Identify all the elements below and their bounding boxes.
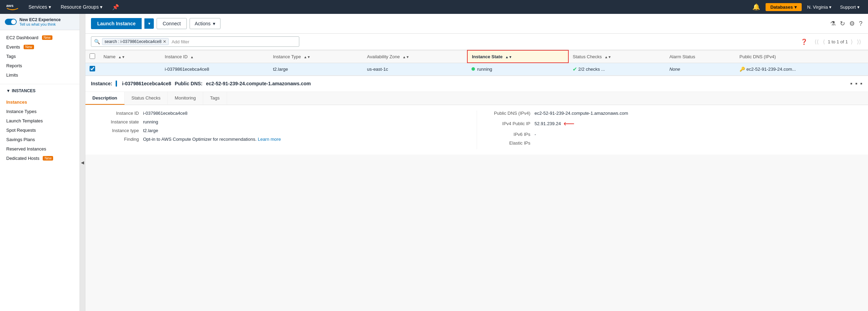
- prev-page-button[interactable]: ⟨: [821, 38, 826, 46]
- row-checkbox[interactable]: [90, 66, 95, 71]
- sidebar-item-dedicated-hosts[interactable]: Dedicated Hosts New: [0, 154, 80, 163]
- label-ipv4: IPv4 Public IP: [485, 121, 531, 126]
- databases-button[interactable]: Databases ▾: [766, 3, 802, 11]
- sidebar-item-spot-requests[interactable]: Spot Requests: [0, 126, 80, 135]
- value-ipv6: -: [535, 132, 860, 137]
- value-finding: Opt-in to AWS Compute Optimizer for reco…: [143, 137, 468, 142]
- col-instance-state[interactable]: Instance State ▲▼: [467, 50, 568, 63]
- cell-name: [99, 63, 161, 75]
- sidebar-item-launch-templates[interactable]: Launch Templates: [0, 116, 80, 126]
- launch-instance-dropdown[interactable]: ▾: [144, 18, 154, 29]
- table-row[interactable]: i-0379861ecebca4ce8 t2.large us-east-1c …: [85, 63, 868, 75]
- new-badge-events: New: [24, 45, 34, 49]
- col-availability-zone[interactable]: Availability Zone ▲▼: [363, 50, 467, 63]
- col-instance-id[interactable]: Instance ID ▲: [161, 50, 269, 63]
- sidebar-item-instance-types[interactable]: Instance Types: [0, 107, 80, 116]
- toggle-switch[interactable]: [5, 19, 17, 25]
- sidebar-item-savings-plans[interactable]: Savings Plans: [0, 135, 80, 144]
- launch-instance-button[interactable]: Launch Instance: [91, 18, 142, 29]
- resource-groups-chevron-icon: ▾: [100, 4, 102, 10]
- sidebar-item-reports[interactable]: Reports: [0, 61, 80, 70]
- next-page-button[interactable]: ⟩: [849, 38, 854, 46]
- sidebar-item-limits[interactable]: Limits: [0, 70, 80, 80]
- search-tag-close-icon[interactable]: ✕: [163, 39, 166, 44]
- cell-status-checks: ✔ 2/2 checks ...: [568, 63, 665, 75]
- detail-row-ipv4: IPv4 Public IP 52.91.239.24 ⟵: [485, 119, 860, 128]
- detail-row-public-dns: Public DNS (IPv4) ec2-52-91-239-24.compu…: [485, 111, 860, 116]
- search-tag: search : i-0379861ecebca4ce8 ✕: [102, 38, 169, 45]
- col-public-dns[interactable]: Public DNS (IPv4): [735, 50, 868, 63]
- search-bar: 🔍 search : i-0379861ecebca4ce8 ✕ Add fil…: [85, 34, 868, 50]
- search-input-wrap[interactable]: 🔍 search : i-0379861ecebca4ce8 ✕ Add fil…: [91, 36, 299, 47]
- support-nav[interactable]: Support ▾: [837, 3, 862, 11]
- content-area: Launch Instance ▾ Connect Actions ▾ ⚗ ↻ …: [85, 14, 868, 311]
- connect-button[interactable]: Connect: [157, 18, 186, 29]
- tab-monitoring[interactable]: Monitoring: [168, 92, 203, 105]
- col-status-checks[interactable]: Status Checks ▲▼: [568, 50, 665, 63]
- instance-id-sort-icon: ▲: [190, 55, 194, 59]
- toolbar: Launch Instance ▾ Connect Actions ▾ ⚗ ↻ …: [85, 14, 868, 34]
- detail-header: Instance: i-0379861ecebca4ce8 Public DNS…: [85, 76, 868, 92]
- add-filter-button[interactable]: Add filter: [172, 39, 189, 44]
- collapse-icon: ◀: [81, 160, 84, 165]
- detail-pane: Instance: i-0379861ecebca4ce8 Public DNS…: [85, 76, 868, 155]
- cell-instance-id: i-0379861ecebca4ce8: [161, 63, 269, 75]
- region-selector[interactable]: N. Virginia ▾: [804, 3, 835, 11]
- screen-icon-2[interactable]: ▪: [855, 80, 857, 87]
- new-experience-toggle[interactable]: New EC2 Experience Tell us what you thin…: [0, 14, 80, 30]
- screen-icon-1[interactable]: ▪: [850, 80, 852, 87]
- help-icon[interactable]: ?: [859, 20, 862, 27]
- support-chevron-icon: ▾: [857, 5, 860, 10]
- tell-us-link[interactable]: Tell us what you think: [19, 22, 61, 26]
- refresh-icon[interactable]: ↻: [840, 20, 845, 27]
- detail-row-ipv6: IPv6 IPs -: [485, 132, 860, 137]
- instances-section-header: ▼ INSTANCES: [0, 86, 80, 95]
- screen-icon-3[interactable]: ▪: [860, 80, 862, 87]
- notification-bell-icon[interactable]: 🔔: [750, 2, 763, 12]
- learn-more-link[interactable]: Learn more: [258, 137, 281, 142]
- region-chevron-icon: ▾: [829, 5, 832, 10]
- new-badge-ec2: New: [42, 35, 52, 40]
- aws-logo[interactable]: aws: [6, 2, 19, 12]
- sidebar-collapse-handle[interactable]: ◀: [80, 14, 85, 311]
- tab-description[interactable]: Description: [85, 92, 125, 105]
- settings-icon[interactable]: ⚙: [849, 20, 855, 27]
- last-page-button[interactable]: ⟩⟩: [856, 38, 862, 46]
- pin-icon-nav[interactable]: 📌: [109, 2, 123, 12]
- value-public-dns: ec2-52-91-239-24.compute-1.amazonaws.com: [535, 111, 860, 116]
- label-elastic-ips: Elastic IPs: [485, 140, 531, 146]
- detail-row-instance-type: Instance type t2.large: [94, 128, 468, 133]
- tab-status-checks[interactable]: Status Checks: [125, 92, 168, 105]
- label-ipv6: IPv6 IPs: [485, 132, 531, 137]
- sidebar-item-events[interactable]: Events New: [0, 42, 80, 52]
- label-public-dns: Public DNS (IPv4): [485, 111, 531, 116]
- status-sort-icon: ▲▼: [604, 55, 611, 59]
- first-page-button[interactable]: ⟨⟨: [813, 38, 820, 46]
- col-name[interactable]: Name ▲▼: [99, 50, 161, 63]
- labs-icon[interactable]: ⚗: [830, 20, 836, 27]
- detail-row-instance-id: Instance ID i-0379861ecebca4ce8: [94, 111, 468, 116]
- resource-groups-nav[interactable]: Resource Groups ▾: [57, 3, 106, 11]
- label-finding: Finding: [94, 137, 139, 142]
- label-instance-type: Instance type: [94, 128, 139, 133]
- sidebar-item-reserved-instances[interactable]: Reserved Instances: [0, 144, 80, 154]
- sidebar: New EC2 Experience Tell us what you thin…: [0, 14, 80, 311]
- instance-type-sort-icon: ▲▼: [303, 55, 310, 59]
- actions-button[interactable]: Actions ▾: [190, 18, 220, 29]
- value-elastic-ips: [535, 140, 860, 146]
- detail-header-icons: ▪ ▪ ▪: [850, 80, 862, 87]
- sidebar-item-instances[interactable]: Instances: [0, 97, 80, 107]
- actions-chevron-icon: ▾: [213, 21, 215, 26]
- search-help-icon[interactable]: ❓: [801, 38, 808, 45]
- new-experience-label: New EC2 Experience: [19, 17, 61, 22]
- detail-instance-id: i-0379861ecebca4ce8: [122, 81, 171, 86]
- col-alarm-status[interactable]: Alarm Status: [665, 50, 735, 63]
- sidebar-item-tags[interactable]: Tags: [0, 52, 80, 61]
- instance-id-badge: [116, 80, 117, 87]
- sidebar-item-ec2-dashboard[interactable]: EC2 Dashboard New: [0, 33, 80, 42]
- select-all-checkbox[interactable]: [90, 53, 95, 59]
- tab-tags[interactable]: Tags: [203, 92, 227, 105]
- running-status-dot: [471, 67, 475, 71]
- services-nav[interactable]: Services ▾: [25, 3, 55, 11]
- col-instance-type[interactable]: Instance Type ▲▼: [269, 50, 363, 63]
